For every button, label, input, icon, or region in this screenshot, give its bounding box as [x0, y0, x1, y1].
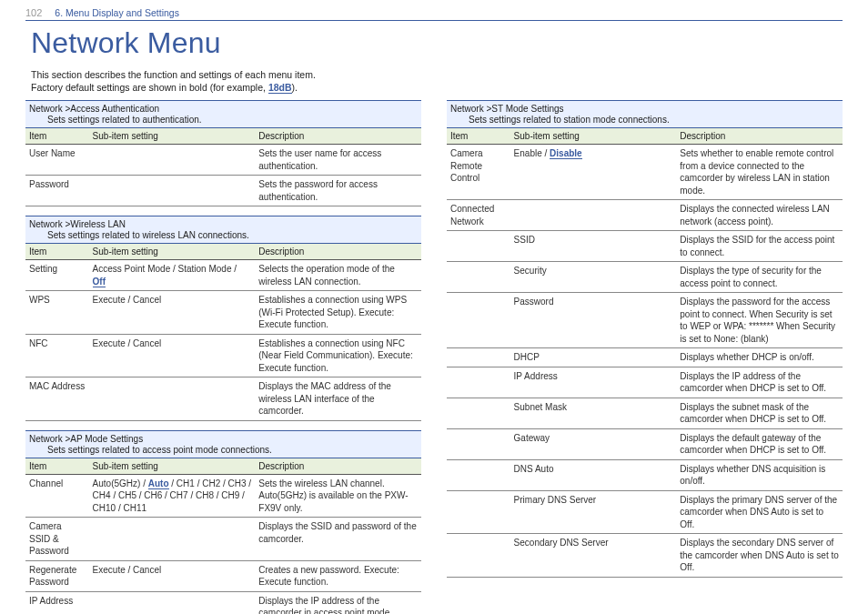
cell-desc: Displays the SSID and password of the ca…: [255, 518, 421, 561]
page-header: 102 6. Menu Display and Settings: [25, 7, 843, 21]
cell-sub: DHCP: [510, 348, 677, 367]
cell-sub: SSID: [510, 231, 677, 262]
sub-pre: Enable /: [514, 148, 550, 158]
table-access-auth: Network >Access Authentication Sets sett…: [25, 100, 421, 206]
col-sub: Sub-item setting: [89, 458, 256, 474]
default-value: Disable: [550, 148, 582, 159]
col-item: Item: [25, 244, 89, 260]
group-desc: Sets settings related to access point mo…: [25, 445, 421, 458]
group-desc: Sets settings related to authentication.: [25, 115, 421, 128]
cell-item: [447, 534, 510, 578]
cell-desc: Displays the IP address of the camcorder…: [255, 591, 421, 614]
cell-item: NFC: [25, 334, 89, 377]
cell-desc: Establishes a connection using WPS (Wi-F…: [255, 291, 421, 335]
intro-suffix: ).: [292, 82, 298, 93]
cell-item: Channel: [25, 474, 89, 518]
cell-desc: Displays the primary DNS server of the c…: [676, 490, 843, 534]
page-title: Network Menu: [31, 26, 843, 60]
col-desc: Description: [255, 458, 421, 474]
cell-item: MAC Address: [25, 377, 89, 421]
cell-desc: Displays the secondary DNS server of the…: [676, 534, 843, 578]
cell-sub: DNS Auto: [510, 459, 677, 490]
left-column: Network >Access Authentication Sets sett…: [25, 100, 421, 614]
cell-sub: Password: [510, 293, 677, 348]
sub-pre: Auto(5GHz) /: [93, 478, 148, 488]
cell-sub: Execute / Cancel: [89, 560, 256, 591]
cell-item: IP Address: [25, 591, 89, 614]
section-name: 6. Menu Display and Settings: [55, 7, 179, 18]
cell-sub: Execute / Cancel: [89, 291, 256, 335]
cell-item: [447, 367, 510, 398]
cell-sub: [89, 377, 256, 421]
cell-sub: [89, 176, 256, 206]
content-columns: Network >Access Authentication Sets sett…: [25, 100, 843, 614]
group-desc: Sets settings related to station mode co…: [447, 115, 843, 128]
col-item: Item: [25, 128, 89, 145]
cell-item: [447, 231, 510, 262]
group-title: Network >Access Authentication: [25, 101, 421, 116]
cell-item: [447, 428, 510, 459]
right-column: Network >ST Mode Settings Sets settings …: [447, 100, 843, 614]
col-item: Item: [447, 128, 510, 145]
cell-desc: Sets the wireless LAN channel. Auto(5GHz…: [255, 474, 421, 518]
cell-item: Password: [25, 176, 89, 206]
table-st-mode: Network >ST Mode Settings Sets settings …: [447, 100, 843, 578]
cell-item: [447, 459, 510, 490]
cell-desc: Establishes a connection using NFC (Near…: [255, 334, 421, 377]
cell-sub: Subnet Mask: [510, 398, 677, 428]
group-desc: Sets settings related to wireless LAN co…: [25, 230, 421, 244]
cell-sub: Primary DNS Server: [510, 490, 677, 534]
cell-item: WPS: [25, 291, 89, 335]
cell-item: [447, 398, 510, 428]
cell-item: User Name: [25, 145, 89, 176]
col-desc: Description: [676, 128, 843, 145]
page-number: 102: [25, 7, 42, 18]
cell-desc: Sets whether to enable remote control fr…: [676, 145, 843, 200]
cell-sub: IP Address: [510, 367, 677, 398]
cell-desc: Sets the password for access authenticat…: [255, 176, 421, 206]
cell-desc: Selects the operation mode of the wirele…: [255, 260, 421, 291]
table-ap-mode: Network >AP Mode Settings Sets settings …: [25, 430, 421, 615]
group-title: Network >ST Mode Settings: [447, 101, 843, 116]
cell-desc: Displays whether DHCP is on/off.: [676, 348, 843, 367]
cell-desc: Displays the password for the access poi…: [676, 293, 843, 348]
cell-item: Camera SSID & Password: [25, 518, 89, 561]
group-title: Network >AP Mode Settings: [25, 430, 421, 445]
document-page: 102 6. Menu Display and Settings Network…: [0, 0, 868, 614]
cell-sub: [89, 145, 256, 176]
cell-item: [447, 293, 510, 348]
cell-sub: Auto(5GHz) / Auto / CH1 / CH2 / CH3 / CH…: [89, 474, 256, 518]
cell-item: Camera Remote Control: [447, 145, 510, 200]
cell-item: [447, 262, 510, 293]
cell-desc: Displays the default gateway of the camc…: [676, 428, 843, 459]
cell-desc: Displays the IP address of the camcorder…: [676, 367, 843, 398]
cell-desc: Displays whether DNS acquisition is on/o…: [676, 459, 843, 490]
cell-sub: Gateway: [510, 428, 677, 459]
cell-sub: Execute / Cancel: [89, 334, 256, 377]
cell-desc: Displays the connected wireless LAN netw…: [676, 200, 843, 231]
cell-item: [447, 348, 510, 367]
cell-sub: [510, 200, 677, 231]
cell-sub: Enable / Disable: [510, 145, 677, 200]
cell-item: Setting: [25, 260, 89, 291]
cell-desc: Displays the type of security for the ac…: [676, 262, 843, 293]
intro-example: 18dB: [268, 82, 292, 94]
cell-sub: [89, 591, 256, 614]
col-sub: Sub-item setting: [89, 244, 256, 260]
col-desc: Description: [255, 128, 421, 145]
cell-sub: [89, 518, 256, 561]
col-desc: Description: [255, 244, 421, 260]
cell-desc: Creates a new password. Execute: Execute…: [255, 560, 421, 591]
default-value: Off: [93, 277, 106, 287]
cell-item: Connected Network: [447, 200, 510, 231]
cell-item: Regenerate Password: [25, 560, 89, 591]
intro-line-2: Factory default settings are shown in bo…: [31, 82, 843, 93]
cell-desc: Sets the user name for access authentica…: [255, 145, 421, 176]
col-item: Item: [25, 458, 89, 474]
cell-desc: Displays the subnet mask of the camcorde…: [676, 398, 843, 428]
group-title: Network >Wireless LAN: [25, 216, 421, 231]
table-wireless-lan: Network >Wireless LAN Sets settings rela…: [25, 216, 421, 421]
cell-sub: Access Point Mode / Station Mode / Off: [89, 260, 256, 291]
sub-prefix: Access Point Mode / Station Mode /: [93, 264, 237, 274]
cell-desc: Displays the SSID for the access point t…: [676, 231, 843, 262]
